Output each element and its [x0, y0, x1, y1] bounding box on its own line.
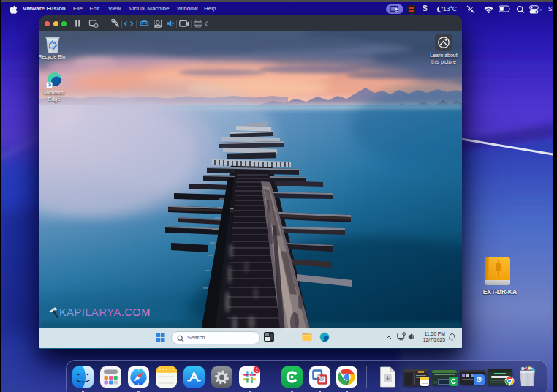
svg-text:KAPILARYA.COM: KAPILARYA.COM	[59, 306, 151, 318]
svg-text:1: 1	[256, 367, 259, 372]
